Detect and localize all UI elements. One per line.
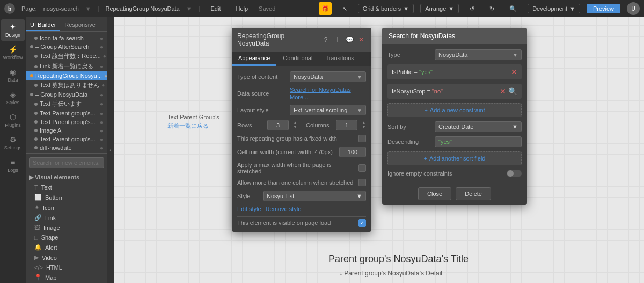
sidebar-item-settings[interactable]: ⚙ Settings (1, 132, 25, 154)
tree-item-diff[interactable]: diff-nowdate ● (26, 143, 107, 152)
tree-item-link[interactable]: Link 新着一覧に戻る ● (26, 61, 107, 71)
columns-down-arrow[interactable]: ▼ (362, 125, 366, 129)
ignore-toggle[interactable] (507, 170, 522, 177)
cursor-icon[interactable]: ↖ (338, 4, 352, 13)
style-actions: Edit style Remove style (237, 206, 366, 212)
search-elements-input[interactable] (29, 157, 104, 168)
preview-btn[interactable]: Preview (587, 4, 620, 13)
panel-close-icon[interactable]: ✕ (356, 35, 366, 45)
tree-item-text-count[interactable]: Text 該当作数：Repe... ● (26, 51, 107, 61)
tree-item-image[interactable]: Image A ● (26, 126, 107, 135)
tab-responsive[interactable]: Responsive (60, 19, 99, 31)
settings-label: Settings (4, 145, 22, 150)
tab-appearance[interactable]: Appearance (232, 52, 276, 66)
text-help-vis: ● (100, 101, 103, 107)
edit-menu[interactable]: Edit (207, 4, 225, 13)
rows-input[interactable] (267, 120, 289, 130)
element-tree: UI Builder Responsive Icon fa fa-search … (26, 17, 107, 283)
element-html[interactable]: </> HTML (26, 263, 107, 272)
page-dropdown-icon[interactable]: ▼ (85, 5, 91, 12)
component-name[interactable]: RepeatingGroup NosyuData (106, 5, 180, 12)
multi-column-checkbox[interactable] (358, 179, 366, 186)
tree-item-group-aftersearch[interactable]: – Group AfterSearch ● (26, 42, 107, 51)
panel-help-icon[interactable]: ? (321, 35, 331, 45)
isnosyustop-delete-btn[interactable]: ✕ (500, 87, 506, 96)
tree-item-repeating[interactable]: RepeatingGroup Nosyu... ● (26, 71, 107, 80)
tree-item-text-parent2[interactable]: Text Parent group's... ● (26, 118, 107, 126)
edit-style-btn[interactable]: Edit style (237, 206, 261, 212)
tab-transitions[interactable]: Transitions (319, 52, 360, 66)
sidebar-item-data[interactable]: ◉ Data (1, 64, 25, 86)
sp-type-select[interactable]: NosyuData ▼ (435, 49, 522, 60)
gift-icon-btn[interactable]: 🎁 (319, 2, 332, 15)
visible-checkbox[interactable] (358, 219, 366, 227)
tree-item-diff-label: diff-nowdate (40, 144, 72, 151)
topbar-search-icon[interactable]: 🔍 (505, 4, 521, 13)
data-source-more[interactable]: More... (290, 94, 366, 100)
rows-down-arrow[interactable]: ▼ (293, 125, 297, 129)
undo-icon[interactable]: ↺ (465, 4, 479, 13)
isnosyustop-search-btn[interactable]: 🔍 (508, 87, 517, 96)
element-video[interactable]: ▶ Video (26, 252, 107, 263)
element-button[interactable]: ⬜ Button (26, 192, 107, 202)
data-source-value[interactable]: Search for NosyuDatas (290, 86, 366, 93)
tree-item-text-help-label: Text 手伝います (40, 100, 82, 108)
sp-close-btn[interactable]: Close (418, 187, 451, 200)
visual-elements-category[interactable]: ▶ Visual elements (26, 172, 107, 183)
ispublic-label: IsPublic = (392, 69, 418, 75)
add-sort-btn[interactable]: + Add another sort field (387, 151, 522, 165)
columns-input[interactable] (336, 120, 357, 130)
style-select[interactable]: Nosyu List ▼ (263, 191, 366, 201)
tree-item-group-nosyu[interactable]: – Group NosyuData ● (26, 90, 107, 99)
collapse-panel-btn[interactable]: ‹ (107, 17, 114, 283)
sp-delete-btn[interactable]: Delete (456, 187, 491, 200)
remove-style-btn[interactable]: Remove style (266, 206, 302, 212)
component-dropdown-icon[interactable]: ▼ (186, 5, 192, 12)
tree-item-text-parent1[interactable]: Text Parent group's... ● (26, 109, 107, 118)
avatar[interactable]: U (627, 2, 640, 15)
panel-info-icon[interactable]: i (333, 35, 342, 45)
element-image[interactable]: 🖼 Image (26, 223, 107, 233)
ispublic-delete-btn[interactable]: ✕ (511, 68, 517, 76)
help-menu[interactable]: Help (231, 4, 252, 13)
button-element-icon: ⬜ (34, 194, 42, 201)
panel-comment-icon[interactable]: 💬 (345, 35, 354, 45)
add-constraint-btn[interactable]: + Add a new constraint (387, 103, 522, 117)
arrange-label: Arrange (425, 5, 446, 12)
tree-item-text-noresult[interactable]: Text 募集はありません ● (26, 80, 107, 90)
cell-min-input[interactable] (339, 147, 366, 157)
sidebar-item-plugins[interactable]: ⬡ Plugins (1, 110, 25, 131)
element-shape[interactable]: □ Shape (26, 233, 107, 242)
logs-label: Logs (8, 168, 18, 173)
element-link[interactable]: 🔗 Link (26, 213, 107, 223)
sidebar-item-logs[interactable]: ≡ Logs (1, 155, 25, 176)
tree-item-text-parent3[interactable]: Text Parent group's... ● (26, 135, 107, 143)
page-name[interactable]: nosyu-search (43, 5, 79, 12)
element-alert[interactable]: 🔔 Alert (26, 242, 107, 252)
visible-label: This element is visible on page load (237, 220, 354, 226)
sidebar-item-design[interactable]: ✦ Design (1, 19, 25, 41)
rows-label: Rows (237, 122, 263, 128)
tree-item-icon[interactable]: Icon fa fa-search ● (26, 34, 107, 42)
redo-icon[interactable]: ↻ (485, 4, 499, 13)
max-width-checkbox[interactable] (358, 164, 366, 172)
repeating-group-panel-header: RepeatingGroup NosyuData ? i 💬 ✕ (232, 28, 371, 52)
canvas-bg-link[interactable]: 新着一覧に戻る (167, 122, 209, 130)
tab-ui-builder[interactable]: UI Builder (26, 19, 60, 31)
element-icon[interactable]: ★ Icon (26, 202, 107, 213)
grid-borders-label: Grid & borders (363, 5, 401, 12)
element-map[interactable]: 📍 Map (26, 272, 107, 282)
layout-style-select[interactable]: Ext. vertical scrolling ▼ (290, 105, 366, 115)
sidebar-item-styles[interactable]: ◈ Styles (1, 87, 25, 108)
tree-item-text-help[interactable]: Text 手伝います ● (26, 99, 107, 109)
tab-conditional[interactable]: Conditional (276, 52, 319, 66)
sort-by-select[interactable]: Created Date ▼ (435, 121, 522, 132)
development-btn[interactable]: Development ▼ (528, 4, 580, 13)
type-of-content-select[interactable]: NosyuData ▼ (290, 71, 366, 82)
arrange-btn[interactable]: Arrange ▼ (420, 4, 459, 13)
grid-borders-btn[interactable]: Grid & borders ▼ (358, 4, 414, 13)
fixed-width-checkbox[interactable] (358, 135, 366, 142)
sidebar-item-workflow[interactable]: ⚡ Workflow (1, 42, 25, 63)
element-text[interactable]: T Text (26, 183, 107, 192)
panel-header-icons: ? i 💬 ✕ (321, 35, 366, 45)
